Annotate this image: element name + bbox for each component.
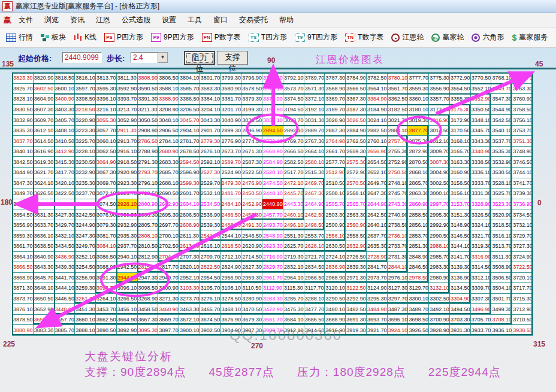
grid-cell[interactable]: 3936.10 <box>491 325 512 336</box>
grid-cell[interactable]: 3182.50 <box>388 105 409 116</box>
grid-cell[interactable]: 3828.10 <box>13 94 34 105</box>
grid-cell[interactable]: 2565.70 <box>346 199 367 210</box>
grid-cell[interactable]: 3206.50 <box>179 105 200 116</box>
grid-cell[interactable]: 3643.30 <box>34 262 55 273</box>
grid-cell[interactable]: 3794.50 <box>262 73 283 84</box>
grid-cell[interactable]: 2896.90 <box>241 126 262 136</box>
grid-cell[interactable]: 3650.50 <box>34 294 55 305</box>
grid-cell[interactable]: 2865.70 <box>408 178 429 189</box>
menu-item-tools[interactable]: 工具 <box>188 15 202 25</box>
grid-cell[interactable]: 3787.30 <box>325 73 346 84</box>
grid-cell[interactable]: 2961.70 <box>262 273 283 284</box>
grid-cell[interactable]: 3117.70 <box>304 283 325 294</box>
grid-cell[interactable]: 2464.90 <box>304 199 325 210</box>
grid-cell[interactable]: 3079.30 <box>96 220 117 231</box>
grid-cell[interactable]: 3748.90 <box>512 147 533 157</box>
grid-cell[interactable]: 3242.50 <box>75 209 96 220</box>
grid-cell[interactable]: 2678.50 <box>179 147 200 157</box>
grid-cell[interactable]: 3324.10 <box>471 220 492 231</box>
grid-cell[interactable]: 3144.10 <box>450 241 471 252</box>
grid-cell[interactable]: 2940.10 <box>117 252 138 263</box>
grid-cell[interactable]: 2596.90 <box>179 168 200 178</box>
grid-cell[interactable]: 3854.50 <box>13 209 34 220</box>
grid-cell[interactable]: 2846.50 <box>408 262 429 273</box>
grid-cell[interactable]: 3604.90 <box>34 94 55 105</box>
grid-cell[interactable]: 2817.70 <box>158 262 179 273</box>
grid-cell[interactable]: 3110.50 <box>241 283 262 294</box>
grid-cell[interactable]: 3768.10 <box>491 73 512 84</box>
grid-cell[interactable]: 3424.90 <box>55 199 75 210</box>
grid-cell[interactable]: 3780.10 <box>388 73 409 84</box>
grid-cell[interactable]: 2853.70 <box>408 230 429 241</box>
grid-cell[interactable]: 3636.10 <box>34 230 55 241</box>
grid-cell[interactable]: 2500.90 <box>325 220 346 231</box>
grid-cell[interactable]: 2793.70 <box>138 168 159 178</box>
grid-cell[interactable]: 3064.90 <box>96 157 117 168</box>
grid-cell[interactable]: 2700.10 <box>158 230 179 241</box>
grid-cell[interactable]: 3600.10 <box>55 84 75 95</box>
grid-cell[interactable]: 2599.30 <box>179 178 200 189</box>
grid-cell[interactable]: 3640.90 <box>34 252 55 263</box>
grid-cell[interactable]: 2656.90 <box>367 147 388 157</box>
grid-cell[interactable]: 3516.10 <box>491 230 512 241</box>
grid-cell[interactable]: 3770.50 <box>471 73 492 84</box>
grid-cell[interactable]: 3333.70 <box>471 178 492 189</box>
grid-cell[interactable]: 2985.70 <box>429 252 450 263</box>
grid-cell[interactable]: 3132.10 <box>429 283 450 294</box>
grid-cell[interactable]: 3019.30 <box>408 115 429 126</box>
grid-cell[interactable]: 3434.50 <box>55 241 75 252</box>
grid-cell[interactable]: 3540.10 <box>491 126 512 136</box>
grid-cell[interactable]: 3544.90 <box>491 105 512 116</box>
grid-cell[interactable]: 3098.50 <box>138 283 159 294</box>
grid-cell[interactable]: 3031.30 <box>304 115 325 126</box>
grid-cell[interactable]: 3561.70 <box>388 84 409 95</box>
grid-cell[interactable]: 3230.50 <box>75 157 96 168</box>
support-button[interactable]: 支撑位 <box>217 51 248 65</box>
grid-cell[interactable]: 3559.30 <box>408 84 429 95</box>
grid-cell[interactable]: 3669.70 <box>158 315 179 326</box>
grid-cell[interactable]: 3124.90 <box>367 283 388 294</box>
grid-cell[interactable]: 2448.10 <box>262 189 283 199</box>
grid-cell[interactable]: 2762.50 <box>346 136 367 147</box>
grid-cell[interactable]: 3880.90 <box>13 325 34 336</box>
grid-cell[interactable]: 3026.50 <box>346 115 367 126</box>
grid-cell[interactable]: 3199.30 <box>241 105 262 116</box>
grid-cell[interactable]: 2798.50 <box>138 189 159 199</box>
grid-cell[interactable]: 3448.90 <box>55 304 75 315</box>
grid-cell[interactable]: 2692.90 <box>158 199 179 210</box>
grid-cell[interactable]: 3211.30 <box>138 105 159 116</box>
grid-cell[interactable]: 2820.10 <box>179 262 200 273</box>
grid-cell[interactable]: 2707.30 <box>179 252 200 263</box>
grid-cell[interactable]: 3388.90 <box>158 94 179 105</box>
grid-cell[interactable]: 3700.90 <box>429 315 450 326</box>
grid-cell[interactable]: 2851.30 <box>408 241 429 252</box>
grid-cell[interactable]: 2570.50 <box>346 178 367 189</box>
grid-cell[interactable]: 3878.50 <box>13 315 34 326</box>
grid-cell[interactable]: 3158.50 <box>450 178 471 189</box>
grid-cell[interactable]: 2774.50 <box>241 136 262 147</box>
grid-cell[interactable]: 3868.90 <box>13 273 34 284</box>
grid-cell[interactable]: 2791.30 <box>138 157 159 168</box>
grid-cell[interactable]: 3398.50 <box>75 94 96 105</box>
grid-cell[interactable]: 2901.70 <box>200 126 221 136</box>
grid-cell[interactable]: 3014.50 <box>429 126 450 136</box>
grid-cell[interactable]: 3468.10 <box>221 304 242 315</box>
grid-cell[interactable]: 3072.10 <box>96 189 117 199</box>
grid-cell[interactable]: 3528.10 <box>491 178 512 189</box>
grid-cell[interactable]: 3009.70 <box>429 147 450 157</box>
grid-cell[interactable]: 3007.30 <box>429 157 450 168</box>
grid-cell[interactable]: 2560.90 <box>346 220 367 231</box>
grid-cell[interactable]: 3076.90 <box>96 209 117 220</box>
grid-cell[interactable]: 3460.90 <box>158 304 179 315</box>
grid-cell[interactable]: 3597.70 <box>75 84 96 95</box>
grid-cell[interactable]: 3415.30 <box>55 157 75 168</box>
grid-cell[interactable]: 3336.10 <box>471 168 492 178</box>
grid-cell-center[interactable]: 2440.90 <box>262 199 283 210</box>
grid-cell[interactable]: 3741.70 <box>512 178 533 189</box>
grid-cell[interactable]: 3352.90 <box>471 94 492 105</box>
grid-cell[interactable]: 3309.70 <box>471 283 492 294</box>
grid-cell[interactable]: 3720.10 <box>512 273 533 284</box>
grid-cell[interactable]: 2841.70 <box>367 262 388 273</box>
grid-cell[interactable]: 3285.70 <box>283 294 304 305</box>
grid-cell[interactable]: 3801.70 <box>200 73 221 84</box>
